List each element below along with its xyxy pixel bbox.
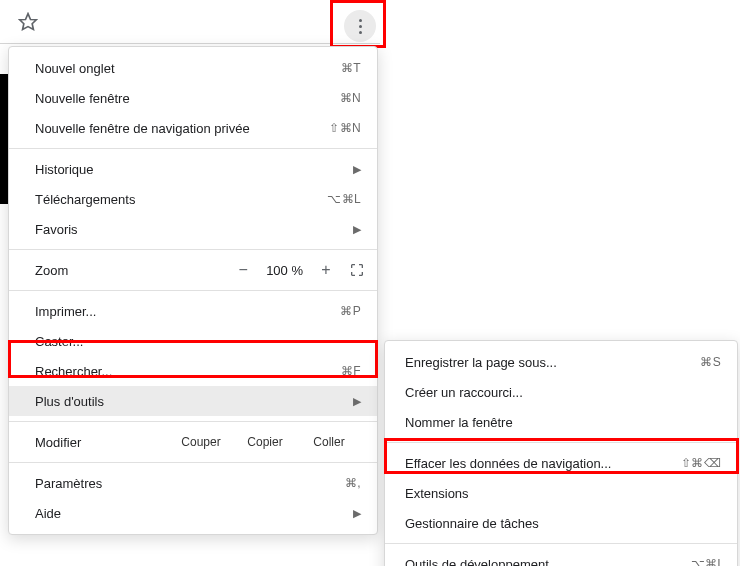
more-menu-button[interactable] (344, 10, 376, 42)
shortcut: ⌥⌘L (327, 192, 361, 206)
paste-button[interactable]: Coller (297, 435, 361, 449)
bookmark-star-icon[interactable] (18, 12, 38, 32)
label: Paramètres (35, 476, 102, 491)
label: Nouvel onglet (35, 61, 115, 76)
menu-item-downloads[interactable]: Téléchargements⌥⌘L (9, 184, 377, 214)
menu-item-bookmarks[interactable]: Favoris▶ (9, 214, 377, 244)
menu-item-incognito[interactable]: Nouvelle fenêtre de navigation privée⇧⌘N (9, 113, 377, 143)
menu-item-settings[interactable]: Paramètres⌘, (9, 468, 377, 498)
label: Effacer les données de navigation... (405, 456, 611, 471)
shortcut: ⌘N (340, 91, 361, 105)
label: Aide (35, 506, 61, 521)
shortcut: ⇧⌘⌫ (681, 456, 721, 470)
svg-marker-0 (20, 14, 37, 30)
chrome-main-menu: Nouvel onglet⌘T Nouvelle fenêtre⌘N Nouve… (8, 46, 378, 535)
submenu-arrow-icon: ▶ (353, 395, 361, 408)
shortcut: ⌘S (700, 355, 721, 369)
label: Créer un raccourci... (405, 385, 523, 400)
more-tools-submenu: Enregistrer la page sous...⌘S Créer un r… (384, 340, 738, 566)
label: Modifier (35, 435, 169, 450)
zoom-value: 100 % (266, 263, 303, 278)
submenu-item-create-shortcut[interactable]: Créer un raccourci... (385, 377, 737, 407)
menu-separator (9, 462, 377, 463)
submenu-item-task-manager[interactable]: Gestionnaire de tâches (385, 508, 737, 538)
menu-item-print[interactable]: Imprimer...⌘P (9, 296, 377, 326)
label: Extensions (405, 486, 469, 501)
menu-item-help[interactable]: Aide▶ (9, 498, 377, 528)
label: Plus d'outils (35, 394, 104, 409)
menu-item-edit: Modifier Couper Copier Coller (9, 427, 377, 457)
menu-separator (9, 421, 377, 422)
label: Enregistrer la page sous... (405, 355, 557, 370)
menu-separator (9, 290, 377, 291)
shortcut: ⌘, (345, 476, 361, 490)
menu-item-cast[interactable]: Caster... (9, 326, 377, 356)
menu-separator (9, 249, 377, 250)
label: Historique (35, 162, 94, 177)
shortcut: ⌥⌘I (691, 557, 721, 566)
label: Nommer la fenêtre (405, 415, 513, 430)
label: Rechercher... (35, 364, 112, 379)
shortcut: ⌘F (341, 364, 361, 378)
label: Caster... (35, 334, 83, 349)
label: Outils de développement (405, 557, 549, 567)
menu-separator (9, 148, 377, 149)
menu-item-more-tools[interactable]: Plus d'outils▶ (9, 386, 377, 416)
submenu-item-save-page[interactable]: Enregistrer la page sous...⌘S (385, 347, 737, 377)
menu-item-new-window[interactable]: Nouvelle fenêtre⌘N (9, 83, 377, 113)
menu-item-history[interactable]: Historique▶ (9, 154, 377, 184)
label: Gestionnaire de tâches (405, 516, 539, 531)
submenu-arrow-icon: ▶ (353, 163, 361, 176)
menu-item-zoom: Zoom − 100 % + (9, 255, 377, 285)
menu-item-new-tab[interactable]: Nouvel onglet⌘T (9, 53, 377, 83)
submenu-item-extensions[interactable]: Extensions (385, 478, 737, 508)
shortcut: ⌘T (341, 61, 361, 75)
submenu-item-dev-tools[interactable]: Outils de développement⌥⌘I (385, 549, 737, 566)
label: Imprimer... (35, 304, 96, 319)
zoom-in-button[interactable]: + (317, 261, 335, 279)
shortcut: ⇧⌘N (329, 121, 361, 135)
browser-top-bar (0, 0, 380, 44)
cut-button[interactable]: Couper (169, 435, 233, 449)
submenu-arrow-icon: ▶ (353, 223, 361, 236)
copy-button[interactable]: Copier (233, 435, 297, 449)
fullscreen-icon[interactable] (349, 262, 365, 278)
label: Nouvelle fenêtre de navigation privée (35, 121, 250, 136)
submenu-arrow-icon: ▶ (353, 507, 361, 520)
menu-separator (385, 442, 737, 443)
label: Nouvelle fenêtre (35, 91, 130, 106)
vertical-dots-icon (359, 19, 362, 34)
zoom-out-button[interactable]: − (234, 261, 252, 279)
shortcut: ⌘P (340, 304, 361, 318)
menu-item-find[interactable]: Rechercher...⌘F (9, 356, 377, 386)
label: Zoom (35, 263, 234, 278)
submenu-item-clear-data[interactable]: Effacer les données de navigation...⇧⌘⌫ (385, 448, 737, 478)
label: Favoris (35, 222, 78, 237)
menu-separator (385, 543, 737, 544)
label: Téléchargements (35, 192, 135, 207)
submenu-item-name-window[interactable]: Nommer la fenêtre (385, 407, 737, 437)
